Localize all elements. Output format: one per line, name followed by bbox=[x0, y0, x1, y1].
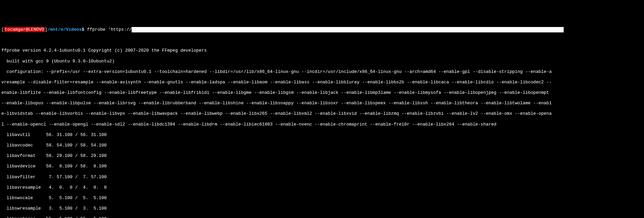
built-with: built with gcc 9 (Ubuntu 9.3.0-10ubuntu2… bbox=[1, 59, 643, 64]
config-1: configuration: --prefix=/usr --extra-ver… bbox=[1, 69, 643, 75]
config-3: enable-libflite --enable-libfontconfig -… bbox=[1, 90, 643, 96]
config-5: e-libvidstab --enable-libvorbis --enable… bbox=[1, 111, 643, 116]
lib-avcodec: libavcodec 58. 54.100 / 58. 54.100 bbox=[1, 143, 643, 148]
prompt-line[interactable]: [tocamgar@LENOVO]/mnt/e/Videos$ ffprobe … bbox=[1, 27, 643, 32]
prompt-user: tocamgar@LENOVO bbox=[4, 27, 45, 32]
redacted-url bbox=[132, 27, 564, 32]
lib-avfilter: libavfilter 7. 57.100 / 7. 57.100 bbox=[1, 174, 643, 180]
config-4: --enable-libopus --enable-libpulse --ena… bbox=[1, 101, 643, 106]
lib-swresample: libswresample 3. 5.100 / 3. 5.100 bbox=[1, 206, 643, 211]
lib-avutil: libavutil 56. 31.100 / 56. 31.100 bbox=[1, 132, 643, 138]
ffprobe-version: ffprobe version 4.2.4-1ubuntu0.1 Copyrig… bbox=[1, 48, 643, 53]
config-2: vresample --disable-filter=resample --en… bbox=[1, 80, 643, 85]
lib-avformat: libavformat 58. 29.100 / 58. 29.100 bbox=[1, 153, 643, 159]
lib-swscale: libswscale 5. 5.100 / 5. 5.100 bbox=[1, 195, 643, 201]
command-text: ffprobe 'https:// bbox=[87, 27, 132, 32]
config-6: l --enable-opencl --enable-opengl --enab… bbox=[1, 122, 643, 127]
prompt-dollar: $ bbox=[82, 27, 84, 32]
lib-postproc: libpostproc 55. 5.100 / 55. 5.100 bbox=[1, 216, 643, 218]
terminal-output: [tocamgar@LENOVO]/mnt/e/Videos$ ffprobe … bbox=[0, 21, 644, 218]
prompt-path: /mnt/e/Videos bbox=[48, 27, 82, 32]
lib-avresample: libavresample 4. 0. 0 / 4. 0. 0 bbox=[1, 185, 643, 190]
lib-avdevice: libavdevice 58. 8.100 / 58. 8.100 bbox=[1, 164, 643, 169]
